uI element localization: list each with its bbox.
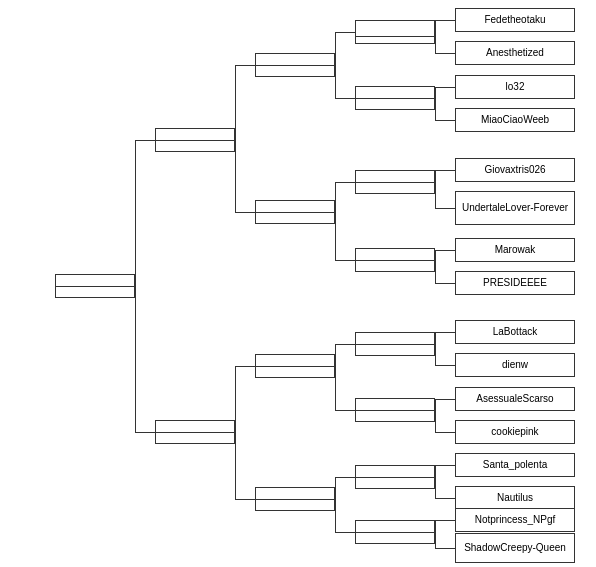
player-13: Santa_polenta [455, 453, 575, 477]
player-2: Anesthetized [455, 41, 575, 65]
player-5: Giovaxtris026 [455, 158, 575, 182]
player-3: lo32 [455, 75, 575, 99]
player-7: Marowak [455, 238, 575, 262]
player-4: MiaoCiaoWeeb [455, 108, 575, 132]
player-8: PRESIDEEEE [455, 271, 575, 295]
player-16: ShadowCreepy-Queen [455, 533, 575, 563]
bracket-container: Fedetheotaku Anesthetized lo32 MiaoCiaoW… [0, 0, 596, 567]
player-11: AsessualeScarso [455, 387, 575, 411]
player-6: UndertaleLover-Forever [455, 191, 575, 225]
player-14: Nautilus [455, 486, 575, 510]
player-9: LaBottack [455, 320, 575, 344]
player-10: dienw [455, 353, 575, 377]
player-15: Notprincess_NPgf [455, 508, 575, 532]
player-12: cookiepink [455, 420, 575, 444]
player-1: Fedetheotaku [455, 8, 575, 32]
r2-match-1a [355, 20, 435, 44]
